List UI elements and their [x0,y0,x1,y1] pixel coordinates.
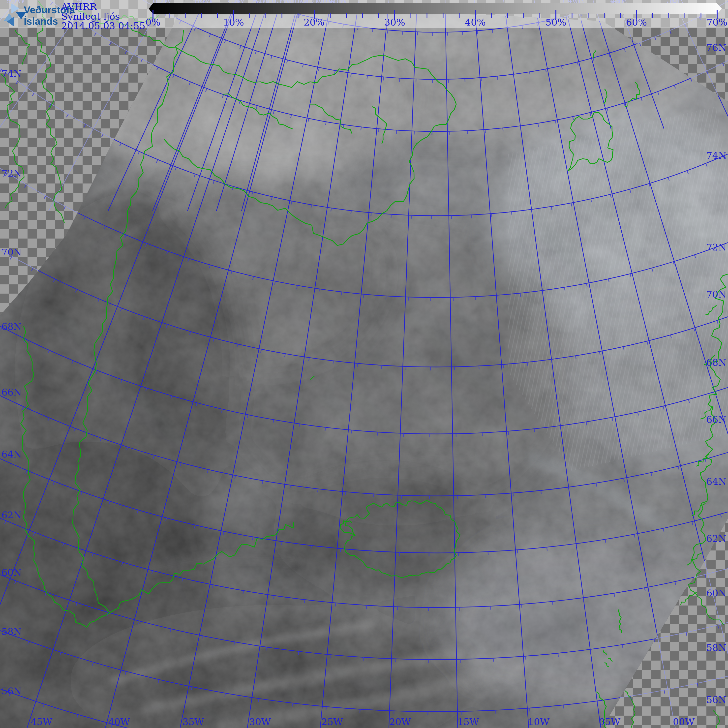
longitude-label-bottom: 10W [528,716,549,727]
colorbar-tick-label: 20% [304,17,324,28]
latitude-label-right: 60N [706,588,726,599]
longitude-label-bottom: 35W [182,716,204,727]
longitude-label-bottom: 30W [249,716,271,727]
longitude-label-bottom: 25W [321,716,343,727]
colorbar-tick-label: 50% [546,17,566,28]
latitude-label-left: 64N [2,449,22,460]
latitude-label-right: 72N [706,242,726,253]
longitude-label-bottom: 05W [599,716,620,727]
latitude-label-left: 70N [2,247,22,258]
latitude-label-right: 58N [706,642,726,653]
longitude-label-bottom: 00W [673,716,694,727]
longitude-label-bottom: 15W [457,716,479,727]
latitude-label-left: 60N [2,567,22,578]
latitude-label-right: 68N [706,357,726,368]
product-name: AVHRR [61,1,97,12]
longitude-label-bottom: 45W [31,716,52,727]
colorbar-tick-label: 10% [223,17,244,28]
latitude-label-right: 70N [706,289,726,300]
latitude-label-left: 62N [2,509,22,520]
longitude-label-bottom: 40W [109,716,130,727]
latitude-label-left: 66N [2,387,22,398]
latitude-label-right: 56N [706,694,726,705]
latitude-label-left: 74N [2,68,22,79]
acquisition-timestamp: 2014.05.03 04:55 [61,20,145,31]
latitude-label-right: 76N [706,42,726,53]
latitude-label-right: 64N [706,476,726,487]
colorbar-gradient [153,3,717,14]
logo-text-line2: Íslands [24,16,58,27]
latitude-label-right: 62N [706,533,726,544]
colorbar-tick-label: 0% [145,17,161,28]
colorbar-tick-label: 30% [384,17,405,28]
latitude-label-left: 72N [2,168,22,179]
latitude-label-left: 58N [2,626,22,637]
colorbar-tick-label: 70% [707,17,728,28]
longitude-label-bottom: 20W [389,716,411,727]
latitude-label-left: 56N [2,685,22,696]
latitude-label-left: 68N [2,321,22,332]
colorbar-tick-label: 40% [465,17,486,28]
latitude-label-right: 66N [706,414,726,425]
satellite-image-viewer: 95W90W85W80W75W70W65W60W55W50W45W40E45E5… [0,0,728,728]
latitude-label-right: 74N [706,150,726,161]
colorbar-tick-label: 60% [626,17,647,28]
avhrr-satellite-map: 95W90W85W80W75W70W65W60W55W50W45W40E45E5… [0,0,728,728]
